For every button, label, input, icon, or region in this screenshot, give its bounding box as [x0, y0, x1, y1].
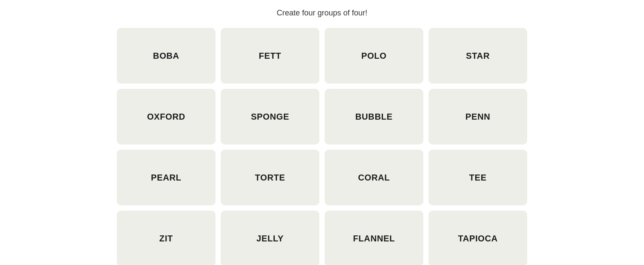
- instruction-text: Create four groups of four!: [276, 9, 367, 18]
- tile-label-flannel: FLANNEL: [353, 234, 395, 244]
- tile-label-pearl: PEARL: [151, 173, 182, 183]
- tile-tapioca[interactable]: TAPIOCA: [428, 211, 527, 265]
- tile-label-jelly: JELLY: [256, 234, 283, 244]
- tile-tee[interactable]: TEE: [428, 150, 527, 205]
- tile-sponge[interactable]: SPONGE: [221, 89, 319, 145]
- tile-label-fett: FETT: [259, 51, 281, 61]
- tile-label-tee: TEE: [469, 173, 487, 183]
- tile-label-torte: TORTE: [255, 173, 285, 183]
- tile-label-penn: PENN: [465, 112, 490, 122]
- tile-oxford[interactable]: OXFORD: [117, 89, 216, 145]
- tile-label-boba: BOBA: [153, 51, 179, 61]
- tile-label-sponge: SPONGE: [251, 112, 289, 122]
- tile-star[interactable]: STAR: [428, 28, 527, 84]
- tile-label-polo: POLO: [361, 51, 386, 61]
- tile-label-bubble: BUBBLE: [355, 112, 393, 122]
- tile-torte[interactable]: TORTE: [221, 150, 319, 205]
- tile-polo[interactable]: POLO: [325, 28, 423, 84]
- page-container: Create four groups of four! BOBAFETTPOLO…: [0, 0, 644, 265]
- tile-boba[interactable]: BOBA: [117, 28, 216, 84]
- tile-bubble[interactable]: BUBBLE: [325, 89, 423, 145]
- tile-zit[interactable]: ZIT: [117, 211, 216, 265]
- tile-grid: BOBAFETTPOLOSTAROXFORDSPONGEBUBBLEPENNPE…: [117, 28, 527, 265]
- tile-label-tapioca: TAPIOCA: [458, 234, 498, 244]
- tile-label-oxford: OXFORD: [147, 112, 185, 122]
- tile-pearl[interactable]: PEARL: [117, 150, 216, 205]
- tile-jelly[interactable]: JELLY: [221, 211, 319, 265]
- tile-flannel[interactable]: FLANNEL: [325, 211, 423, 265]
- tile-fett[interactable]: FETT: [221, 28, 319, 84]
- tile-label-star: STAR: [466, 51, 489, 61]
- tile-coral[interactable]: CORAL: [325, 150, 423, 205]
- tile-label-coral: CORAL: [358, 173, 390, 183]
- tile-penn[interactable]: PENN: [428, 89, 527, 145]
- tile-label-zit: ZIT: [159, 234, 173, 244]
